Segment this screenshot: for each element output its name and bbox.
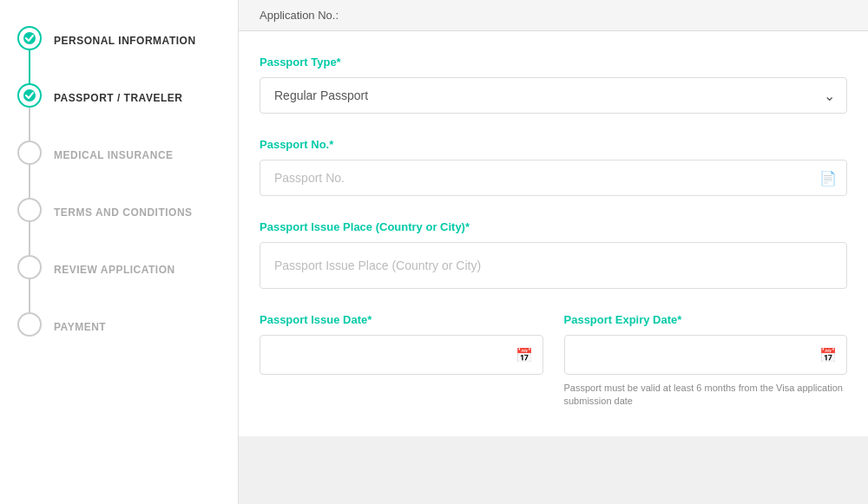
step-group-review-application[interactable]: REVIEW APPLICATION — [17, 255, 220, 312]
passport-no-label: Passport No.* — [260, 138, 847, 151]
step-label-review-application: REVIEW APPLICATION — [54, 259, 175, 276]
form-area: Passport Type* Regular Passport Diplomat… — [239, 31, 868, 436]
step-label-payment: PAYMENT — [54, 317, 106, 333]
step-circle-terms-and-conditions — [17, 198, 42, 222]
passport-no-input[interactable] — [260, 160, 847, 196]
passport-issue-date-label: Passport Issue Date* — [260, 313, 543, 326]
step-group-personal-information[interactable]: PERSONAL INFORMATION — [17, 26, 220, 83]
step-group-terms-and-conditions[interactable]: TERMS AND CONDITIONS — [17, 198, 220, 255]
application-no-label: Application No.: — [260, 9, 339, 22]
step-line-review-application — [29, 279, 30, 312]
passport-type-select[interactable]: Regular Passport Diplomatic Passport Off… — [260, 77, 847, 114]
step-group-passport-traveler[interactable]: PASSPORT / TRAVELER — [17, 83, 220, 141]
step-label-passport-traveler: PASSPORT / TRAVELER — [54, 88, 182, 104]
passport-expiry-note: Passport must be valid at least 6 months… — [564, 382, 848, 409]
document-icon: 📄 — [819, 170, 837, 187]
step-label-personal-information: PERSONAL INFORMATION — [54, 30, 196, 47]
step-group-medical-insurance[interactable]: MEDICAL INSURANCE — [17, 141, 220, 198]
calendar-icon-expiry: 📅 — [819, 347, 837, 363]
passport-issue-place-input[interactable] — [260, 242, 847, 289]
passport-no-input-wrapper: 📄 — [260, 160, 847, 196]
passport-type-select-wrapper[interactable]: Regular Passport Diplomatic Passport Off… — [260, 77, 847, 114]
step-circle-personal-information — [17, 26, 42, 50]
passport-type-group: Passport Type* Regular Passport Diplomat… — [260, 56, 847, 114]
step-label-terms-and-conditions: TERMS AND CONDITIONS — [54, 202, 193, 219]
main-content: Application No.: Passport Type* Regular … — [239, 0, 868, 504]
passport-type-label: Passport Type* — [260, 56, 847, 69]
passport-issue-place-label: Passport Issue Place (Country or City)* — [260, 220, 847, 233]
application-no-bar: Application No.: — [239, 0, 868, 31]
passport-no-group: Passport No.* 📄 — [260, 138, 847, 196]
step-line-personal-information — [29, 50, 30, 83]
passport-expiry-date-input[interactable] — [564, 335, 848, 375]
date-row: Passport Issue Date* 📅 Passport Expiry D… — [260, 313, 847, 409]
passport-expiry-date-col: Passport Expiry Date* 📅 Passport must be… — [564, 313, 848, 409]
sidebar: PERSONAL INFORMATION PASSPORT / TRAVELER — [0, 0, 239, 504]
passport-issue-date-input[interactable] — [260, 335, 543, 375]
passport-issue-date-input-wrapper: 📅 — [260, 335, 543, 375]
passport-issue-date-col: Passport Issue Date* 📅 — [260, 313, 543, 409]
step-circle-medical-insurance — [17, 141, 42, 165]
passport-expiry-date-label: Passport Expiry Date* — [564, 313, 848, 326]
step-label-medical-insurance: MEDICAL INSURANCE — [54, 145, 174, 161]
step-circle-review-application — [17, 255, 42, 279]
step-line-passport-traveler — [29, 108, 30, 141]
step-line-terms-and-conditions — [29, 222, 30, 255]
step-circle-payment — [17, 312, 42, 337]
step-group-payment[interactable]: PAYMENT — [17, 312, 220, 337]
passport-issue-place-group: Passport Issue Place (Country or City)* — [260, 220, 847, 289]
passport-expiry-date-input-wrapper: 📅 — [564, 335, 848, 375]
step-line-medical-insurance — [29, 165, 30, 198]
calendar-icon-issue: 📅 — [516, 347, 533, 363]
step-circle-passport-traveler — [17, 83, 42, 108]
